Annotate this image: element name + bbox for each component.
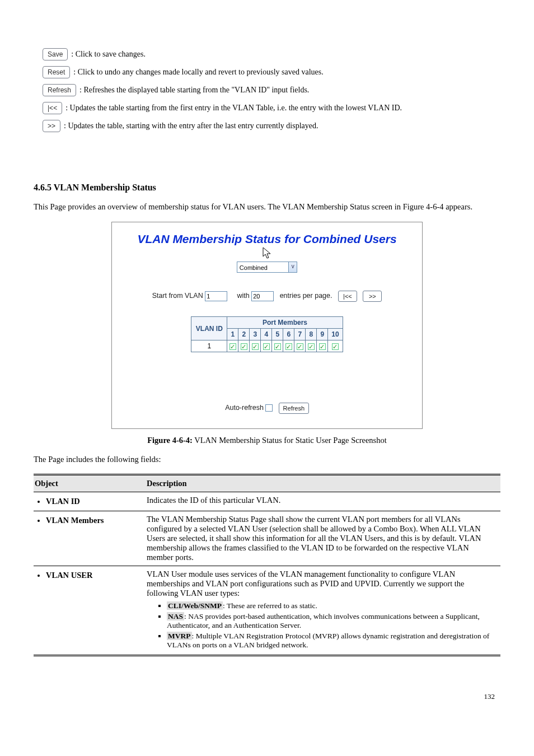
check-icon xyxy=(229,343,236,350)
port-col-7: 7 xyxy=(294,329,306,340)
table-row: 1 xyxy=(191,340,343,352)
cursor-icon xyxy=(262,247,272,259)
next-page-button[interactable]: >> xyxy=(43,120,60,132)
check-icon xyxy=(319,343,326,350)
page-next-button[interactable]: >> xyxy=(363,291,382,302)
check-icon xyxy=(252,343,259,350)
check-icon xyxy=(308,343,315,350)
check-icon xyxy=(241,343,247,350)
entries-per-page-label: entries per page. xyxy=(280,292,332,300)
reset-button[interactable]: Reset xyxy=(43,66,70,78)
panel-title: VLAN Membership Status for Combined User… xyxy=(125,232,409,246)
with-label: with xyxy=(237,292,250,300)
obj-vlan-id-desc: Indicates the ID of this particular VLAN… xyxy=(146,492,500,511)
objects-table: Object Description VLAN ID Indicates the… xyxy=(34,474,500,656)
page-first-button[interactable]: |<< xyxy=(338,291,357,302)
port-col-2: 2 xyxy=(238,329,250,340)
page-number: 132 xyxy=(484,692,495,701)
start-vlan-input[interactable] xyxy=(205,291,227,301)
vlan-id-cell: 1 xyxy=(191,340,227,352)
save-button[interactable]: Save xyxy=(43,48,68,60)
entries-input[interactable] xyxy=(251,291,274,301)
reset-desc: : Click to undo any changes made locally… xyxy=(73,68,323,77)
refresh-desc: : Refreshes the displayed table starting… xyxy=(79,86,309,95)
vlan-id-header: VLAN ID xyxy=(191,317,227,340)
check-icon xyxy=(285,343,292,350)
port-members-table: VLAN ID Port Members 1 2 3 4 5 6 7 8 9 1… xyxy=(191,316,343,352)
check-icon xyxy=(274,343,281,350)
list-item: MVRP: Multiple VLAN Registration Protoco… xyxy=(167,632,497,650)
user-combo-input[interactable] xyxy=(237,262,287,272)
figure-caption: Figure 4-6-4: VLAN Membership Status for… xyxy=(34,436,500,445)
obj-vlan-user: VLAN USER xyxy=(46,570,142,581)
port-col-1: 1 xyxy=(227,329,238,340)
port-members-header: Port Members xyxy=(227,317,343,329)
obj-vlan-id: VLAN ID xyxy=(46,496,142,507)
col-object-header: Object xyxy=(34,474,146,492)
port-col-3: 3 xyxy=(250,329,261,340)
check-icon xyxy=(297,343,303,350)
refresh-button[interactable]: Refresh xyxy=(43,84,76,96)
auto-refresh-checkbox[interactable] xyxy=(265,404,273,412)
port-col-8: 8 xyxy=(306,329,317,340)
port-col-6: 6 xyxy=(283,329,294,340)
port-col-9: 9 xyxy=(317,329,328,340)
first-page-desc: : Updates the table starting from the fi… xyxy=(65,104,402,113)
screenshot-panel: VLAN Membership Status for Combined User… xyxy=(111,222,423,429)
check-icon xyxy=(263,343,270,350)
obj-vlan-members: VLAN Members xyxy=(46,515,142,526)
list-item: NAS: NAS provides port-based authenticat… xyxy=(167,612,497,630)
next-page-desc: : Updates the table, starting with the e… xyxy=(64,122,318,130)
check-icon xyxy=(332,343,339,350)
port-col-5: 5 xyxy=(272,329,283,340)
col-description-header: Description xyxy=(146,474,500,492)
first-page-button[interactable]: |<< xyxy=(43,102,62,114)
section-intro: This Page provides an overview of member… xyxy=(34,200,500,213)
save-desc: : Click to save changes. xyxy=(71,50,146,59)
auto-refresh-label: Auto-refresh xyxy=(225,404,264,412)
obj-vlan-members-desc: The VLAN Membership Status Page shall sh… xyxy=(146,511,500,566)
objects-intro: The Page includes the following fields: xyxy=(34,453,500,465)
user-combo[interactable]: v xyxy=(237,262,297,273)
port-col-4: 4 xyxy=(261,329,272,340)
start-from-label: Start from VLAN xyxy=(152,292,203,300)
chevron-down-icon[interactable]: v xyxy=(288,262,297,272)
obj-vlan-user-intro: VLAN User module uses services of the VL… xyxy=(147,570,465,598)
section-title: 4.6.5 VLAN Membership Status xyxy=(34,183,500,193)
refresh-button-inset[interactable]: Refresh xyxy=(279,403,309,414)
port-col-10: 10 xyxy=(328,329,343,340)
list-item: CLI/Web/SNMP: These are referred to as s… xyxy=(167,601,497,610)
